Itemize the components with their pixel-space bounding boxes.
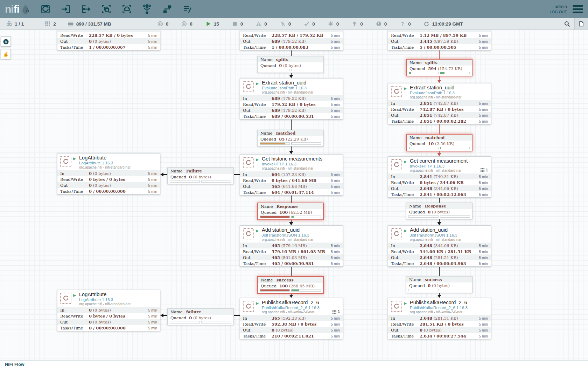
processor-publish-kafka-right[interactable]: ▶PublishKafkaRecord_2_6PublishKafkaRecor…: [388, 298, 491, 339]
backpressure-bars: [406, 288, 472, 293]
stat-row-read-write: Read/Write0 bytes / 641.68 MB5 min: [240, 177, 343, 183]
stat-period: 5 min: [146, 33, 157, 38]
processor-log-attribute-top[interactable]: ▶LogAttributeLogAttribute 1.16.3org.apac…: [57, 153, 160, 195]
queued-icon: [68, 21, 74, 27]
processor-extract-station-uuid-right[interactable]: ▶Extract station_uuidEvaluateJsonPath 1.…: [388, 83, 491, 124]
stat-row-tasks-time: Tasks/Time1 / 00:00:00.0835 min: [240, 44, 343, 50]
stat-value: 2,841 / 00:02:12.063: [420, 192, 477, 197]
connection-right-success[interactable]: NamesuccessQueued0 (0 bytes): [406, 276, 472, 293]
stat-label: In: [60, 171, 89, 176]
processor-type: EvaluateJsonPath 1.16.3: [262, 86, 343, 90]
stat-label: Read/Write: [391, 107, 420, 112]
connection-name: Response: [276, 204, 298, 209]
stale-icon: [352, 21, 357, 27]
refresh-icon[interactable]: [424, 21, 429, 27]
stat-period: 5 min: [329, 322, 340, 326]
processor-publish-kafka-mid[interactable]: ▶PublishKafkaRecord_2_6PublishKafkaRecor…: [240, 298, 343, 339]
stat-label: Read/Write: [391, 180, 420, 185]
processor-header: ▶PublishKafkaRecord_2_6PublishKafkaRecor…: [240, 298, 343, 315]
stat-row-read-write: Read/Write0 bytes / 344.06 KB5 min: [388, 179, 491, 185]
processor-stats: Read/Write228.57 KB / 179.52 KB5 minOut6…: [240, 32, 343, 50]
stat-label: Read/Write: [60, 314, 89, 319]
connection-mid-response[interactable]: NameResponseQueued100 (62.52 MB): [257, 203, 324, 220]
stat-row-out: Out3,445 (897.59 KB)5 min: [388, 38, 491, 44]
stat-period: 5 min: [329, 261, 340, 266]
status-locally-modified-count: 0: [336, 21, 339, 27]
processor-stats: In689 (179.52 KB)5 minRead/Write179.52 K…: [240, 95, 343, 119]
stat-label: Read/Write: [60, 177, 89, 182]
logout-link[interactable]: LOG OUT: [550, 9, 567, 15]
stat-value: 344.06 KB / 281.51 KB: [420, 249, 477, 254]
size-threshold-bar: [291, 289, 321, 292]
stat-value: 365 (592.38 KB): [272, 316, 329, 321]
processor-add-station-uuid-right[interactable]: ▶Add station_uuidJoltTransformJSON 1.16.…: [388, 225, 491, 267]
processor-top-right-partial[interactable]: Read/Write1.12 MB / 897.59 KB5 minOut3,4…: [388, 30, 491, 50]
connection-left-failure-bottom[interactable]: NamefailureQueued0 (0 bytes): [167, 308, 234, 325]
refresh-status: 13:00:29 GMT: [424, 21, 463, 27]
stat-period: 5 min: [329, 114, 340, 118]
connection-right-splits[interactable]: NamesplitsQueued594 (154.73 KB): [406, 59, 472, 76]
nifi-logo: nifi: [5, 3, 31, 15]
stat-period: 5 min: [329, 244, 340, 248]
global-menu-button[interactable]: [573, 5, 583, 13]
stat-row-out: Out2,648 (344.06 KB)5 min: [388, 185, 491, 191]
connection-right-response[interactable]: NameResponseQueued0 (0 bytes): [406, 203, 472, 219]
hand-button[interactable]: ☝: [1, 49, 11, 59]
stat-value: 2,648 (344.06 KB): [420, 186, 477, 191]
stat-value: 0 bytes / 641.68 MB: [272, 178, 329, 183]
run-status-icon: ▶: [404, 159, 407, 164]
processor-log-attribute-bottom[interactable]: ▶LogAttributeLogAttribute 1.16.3org.apac…: [57, 290, 160, 331]
processor-get-historic-measurements[interactable]: ▶Get historic measurementsInvokeHTTP 1.1…: [240, 154, 343, 196]
process-group-icon[interactable]: [101, 4, 112, 15]
queued-label: Queued: [261, 284, 276, 288]
stat-row-tasks-time: Tasks/Time5 / 00:00:00.5055 min: [388, 44, 491, 50]
connection-right-matched[interactable]: NamematchedQueued10 (2.56 KB): [406, 134, 472, 151]
processor-icon[interactable]: [40, 4, 51, 15]
new-template-button[interactable]: [574, 18, 588, 29]
stat-value: 1.12 MB / 897.59 KB: [420, 33, 477, 38]
processor-add-station-uuid-mid[interactable]: ▶Add station_uuidJoltTransformJSON 1.16.…: [240, 225, 343, 267]
queued-label: Queued: [409, 210, 425, 214]
breadcrumb[interactable]: NiFi Flow: [5, 362, 24, 367]
run-status-icon: ▶: [256, 157, 259, 162]
output-port-icon[interactable]: [80, 4, 92, 15]
backpressure-bars: [168, 180, 233, 184]
navigate-button[interactable]: [1, 36, 11, 47]
stat-row-tasks-time: Tasks/Time604 / 00:01:47.1145 min: [240, 189, 343, 195]
search-icon[interactable]: [564, 21, 570, 27]
processor-top-left-partial[interactable]: Read/Write228.57 KB / 0 bytes5 minOut0 (…: [57, 30, 160, 50]
logo-text-ni: ni: [5, 3, 14, 15]
stat-value: 689 (179.52 KB): [272, 108, 329, 113]
processor-get-current-measurement[interactable]: ▶Get current measurementInvokeHTTP 1.16.…: [388, 156, 491, 198]
status-not-transmitting-count: 0: [190, 21, 192, 27]
up-to-date-icon: [304, 21, 309, 27]
connection-name-row: Namesplits: [407, 60, 472, 66]
connection-name: splits: [276, 57, 288, 62]
connection-name-row: NameResponse: [406, 203, 472, 209]
counts-icon: [45, 21, 50, 27]
stat-label: Out: [391, 186, 420, 191]
stat-row-read-write: Read/Write579.16 MB / 861.03 MB5 min: [240, 248, 343, 254]
template-icon[interactable]: [162, 4, 173, 15]
processor-extract-station-uuid-mid[interactable]: ▶Extract station_uuidEvaluateJsonPath 1.…: [240, 78, 343, 120]
connection-mid-splits[interactable]: NamesplitsQueued0 (0 bytes): [257, 56, 324, 73]
connection-left-failure-top[interactable]: NameFailureQueued0 (0 bytes): [167, 168, 234, 184]
input-port-icon[interactable]: [60, 4, 71, 15]
stat-label: Out: [391, 39, 420, 44]
stat-label: Tasks/Time: [391, 261, 420, 266]
object-threshold-bar: [409, 147, 439, 149]
stat-period: 5 min: [477, 316, 488, 320]
processor-bundle: org.apache.nifi - nifi-standard-nar: [410, 169, 491, 172]
processor-top-mid-partial[interactable]: Read/Write228.57 KB / 179.52 KB5 minOut6…: [240, 30, 343, 50]
stat-row-out: Out465 (861.03 MB)5 min: [240, 254, 343, 260]
stat-period: 5 min: [477, 334, 488, 338]
processor-stats: In604 (157.23 KB)5 minRead/Write0 bytes …: [240, 171, 343, 195]
label-icon[interactable]: [182, 4, 193, 15]
stat-label: Tasks/Time: [391, 119, 420, 124]
funnel-icon[interactable]: [141, 4, 153, 15]
stat-row-read-write: Read/Write1.12 MB / 897.59 KB5 min: [388, 32, 491, 38]
connection-mid-matched[interactable]: NamematchedQueued85 (22.29 KB): [257, 130, 324, 146]
remote-process-group-icon[interactable]: [121, 4, 132, 15]
queued-label: Queued: [260, 137, 276, 142]
connection-mid-success[interactable]: NamesuccessQueued100 (268.65 MB): [257, 276, 324, 294]
